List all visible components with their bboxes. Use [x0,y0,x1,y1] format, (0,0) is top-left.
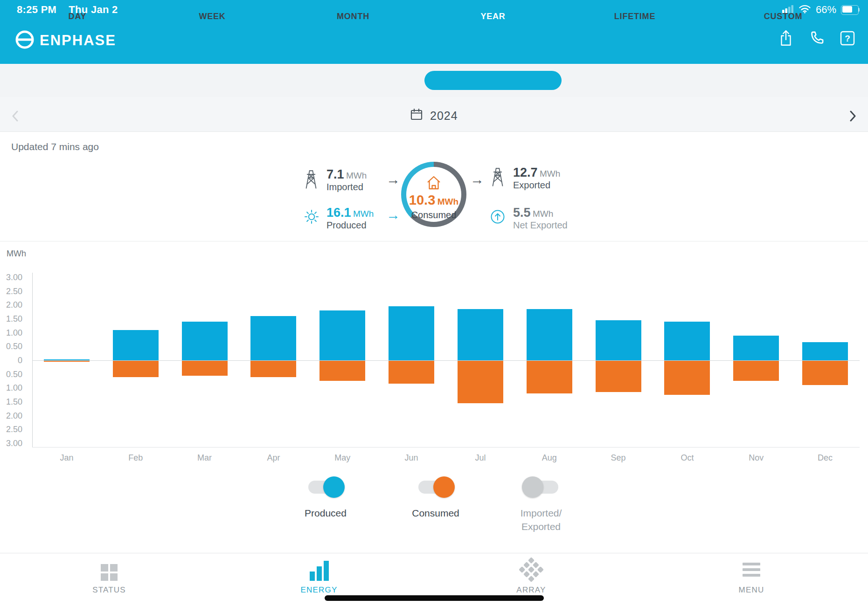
bar-consumed-oct[interactable] [664,360,710,395]
brand-logo: ENPHASE [14,29,116,52]
net-exported-unit: MWh [533,209,553,219]
year-picker[interactable]: 2024 [410,108,458,124]
produce-flow-arrow-icon: → [386,208,400,222]
imported-label: Imported [326,182,367,193]
imported-exported-toggle[interactable] [524,481,558,494]
produced-toggle-label: Produced [305,506,347,520]
nav-label-status: STATUS [92,585,126,595]
bar-produced-aug[interactable] [527,309,572,360]
y-axis-label: 1.50 [0,314,22,324]
phone-support-icon[interactable] [807,29,826,48]
last-updated-text: Updated 7 mins ago [11,141,99,152]
selected-tab-pill [424,71,562,90]
tab-lifetime[interactable]: LIFETIME [614,0,655,33]
y-axis-label: 1.00 [0,328,22,338]
bar-produced-oct[interactable] [664,322,710,360]
consumed-unit: MWh [437,197,458,207]
bar-produced-feb[interactable] [113,330,159,360]
consumed-value-line: 10.3 MWh [409,193,458,209]
exported-value: 12.7 [513,165,538,179]
produced-summary: 16.1 MWh Produced [326,206,374,231]
sun-icon [303,208,320,227]
tab-day[interactable]: DAY [69,0,87,33]
bar-consumed-aug[interactable] [527,360,572,393]
x-axis-label-sep: Sep [584,453,653,463]
array-panels-icon [522,558,540,581]
previous-year-chevron-icon[interactable] [8,109,23,124]
bar-consumed-jun[interactable] [389,360,434,384]
net-exported-summary: 5.5 MWh Net Exported [513,206,568,231]
nav-item-status[interactable]: STATUS [76,558,142,595]
net-exported-value: 5.5 [513,206,531,220]
bar-produced-dec[interactable] [802,342,848,360]
x-axis-label-apr: Apr [239,453,308,463]
tab-year[interactable]: YEAR [480,0,505,33]
x-axis-label-jan: Jan [32,453,101,463]
y-axis-label: 2.00 [0,300,22,310]
nav-item-array[interactable]: ARRAY [499,558,564,595]
y-axis-title: MWh [7,249,26,259]
y-axis-label: 0.50 [0,341,22,351]
y-axis: 3.002.502.001.501.000.5000.501.001.502.0… [0,273,22,447]
imported-exported-label-line2: Exported [521,520,562,533]
exported-summary: 12.7 MWh Exported [513,165,560,191]
x-axis-label-may: May [308,453,377,463]
imported-exported-toggle-label: Imported/ Exported [521,506,562,533]
y-axis-label: 0 [0,355,22,365]
exported-label: Exported [513,180,560,191]
tab-custom[interactable]: CUSTOM [764,0,802,33]
bar-produced-mar[interactable] [182,322,228,360]
selected-year: 2024 [430,109,458,123]
house-icon [424,174,444,193]
bar-consumed-may[interactable] [319,360,365,381]
enphase-logo-icon [14,29,35,52]
tab-week[interactable]: WEEK [199,0,225,33]
bar-produced-apr[interactable] [250,316,296,360]
nav-label-energy: ENERGY [301,585,338,595]
x-axis-label-jun: Jun [377,453,446,463]
bar-produced-sep[interactable] [596,320,641,360]
consumed-toggle[interactable] [418,481,453,494]
bar-consumed-apr[interactable] [250,360,296,377]
bottom-nav-divider [0,553,868,553]
status-bar-left: 8:25 PMThu Jan 2 [17,4,118,16]
nav-item-energy[interactable]: ENERGY [286,558,352,595]
bar-consumed-nov[interactable] [733,360,779,381]
bar-consumed-mar[interactable] [182,360,228,376]
produced-toggle[interactable] [308,481,343,494]
next-year-chevron-icon[interactable] [845,109,860,124]
bar-produced-may[interactable] [319,310,365,360]
x-axis-label-oct: Oct [653,453,722,463]
nav-item-menu[interactable]: MENU [719,558,784,595]
produced-unit: MWh [353,209,374,219]
x-axis-label-aug: Aug [515,453,584,463]
imported-value: 7.1 [326,167,344,181]
help-icon[interactable]: ? [838,29,857,48]
grid-export-icon [489,167,507,189]
x-axis-label-jul: Jul [446,453,515,463]
bar-consumed-jul[interactable] [458,360,503,403]
bar-consumed-feb[interactable] [113,360,159,377]
consumed-value: 10.3 [409,193,435,207]
x-axis-label-dec: Dec [791,453,860,463]
y-axis-label: 3.00 [0,438,22,448]
imported-summary: 7.1 MWh Imported [326,167,367,193]
section-divider [0,241,868,241]
bar-produced-jul[interactable] [458,309,503,360]
zero-gridline [32,360,860,361]
status-grid-icon [101,558,118,581]
battery-icon [841,5,860,15]
bar-consumed-sep[interactable] [596,360,641,392]
app-header [0,0,868,64]
bar-consumed-dec[interactable] [802,360,848,385]
consumed-toggle-knob [433,476,455,498]
bar-produced-nov[interactable] [733,336,779,360]
menu-hamburger-icon [743,558,760,581]
x-axis-line [32,447,860,448]
x-axis-label-nov: Nov [722,453,791,463]
home-indicator[interactable] [325,595,544,601]
bar-produced-jun[interactable] [389,306,434,360]
produced-value: 16.1 [326,206,351,220]
enphase-app: 8:25 PMThu Jan 2 66% [0,0,868,606]
tab-month[interactable]: MONTH [337,0,369,33]
